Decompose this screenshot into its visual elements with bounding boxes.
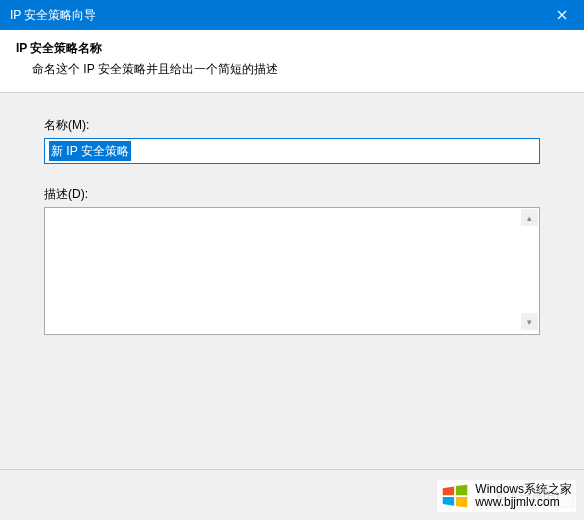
- description-textarea[interactable]: [44, 207, 540, 335]
- close-button[interactable]: [539, 0, 584, 30]
- wizard-header: IP 安全策略名称 命名这个 IP 安全策略并且给出一个简短的描述: [0, 30, 584, 93]
- name-label: 名称(M):: [44, 117, 540, 134]
- header-title: IP 安全策略名称: [16, 40, 568, 57]
- window-title: IP 安全策略向导: [10, 7, 96, 24]
- titlebar: IP 安全策略向导: [0, 0, 584, 30]
- wizard-button-row: < 上一步(B): [0, 469, 584, 508]
- back-button[interactable]: < 上一步(B): [482, 484, 574, 508]
- wizard-content: 名称(M): 新 IP 安全策略 描述(D): ▴ ▾: [0, 93, 584, 348]
- scroll-down-icon[interactable]: ▾: [521, 313, 538, 330]
- description-label: 描述(D):: [44, 186, 540, 203]
- scroll-up-icon[interactable]: ▴: [521, 209, 538, 226]
- name-input[interactable]: 新 IP 安全策略: [44, 138, 540, 164]
- header-subtitle: 命名这个 IP 安全策略并且给出一个简短的描述: [32, 61, 568, 78]
- close-icon: [557, 10, 567, 20]
- name-input-value: 新 IP 安全策略: [49, 141, 131, 161]
